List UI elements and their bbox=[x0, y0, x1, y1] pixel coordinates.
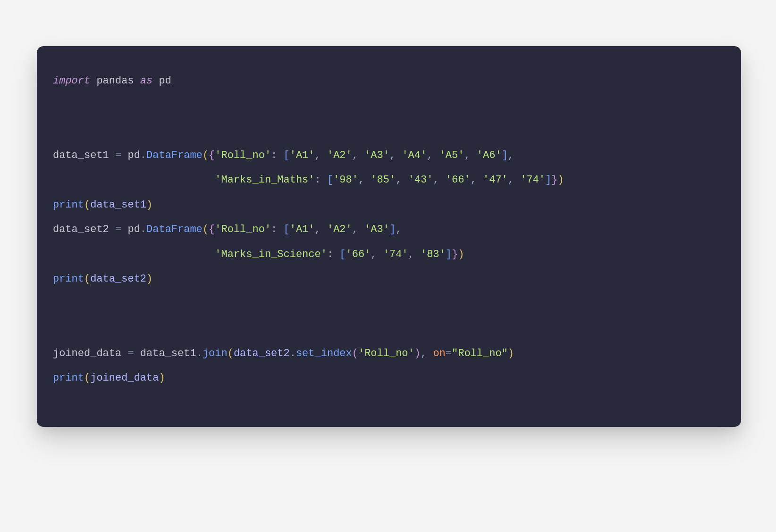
code-line-6: print(data_set1) bbox=[53, 199, 152, 211]
call-dataframe: DataFrame bbox=[146, 150, 202, 161]
key-marks-science: 'Marks_in_Science' bbox=[215, 249, 327, 260]
call-set-index: set_index bbox=[296, 348, 352, 359]
code-line-9: print(data_set2) bbox=[53, 273, 152, 285]
key-roll-no: 'Roll_no' bbox=[215, 150, 271, 161]
keyword-as: as bbox=[140, 75, 152, 87]
key-marks-maths: 'Marks_in_Maths' bbox=[215, 174, 314, 186]
code-line-13: print(joined_data) bbox=[53, 372, 165, 384]
module-pandas: pandas bbox=[96, 75, 134, 87]
code-line-1: import pandas as pd bbox=[53, 75, 171, 87]
alias-pd: pd bbox=[159, 75, 171, 87]
var-data-set2: data_set2 bbox=[53, 224, 109, 235]
code-card: import pandas as pd data_set1 = pd.DataF… bbox=[37, 46, 741, 427]
kwarg-on: on bbox=[433, 348, 445, 359]
call-join: join bbox=[202, 348, 228, 359]
var-data-set1: data_set1 bbox=[53, 150, 109, 161]
code-block: import pandas as pd data_set1 = pd.DataF… bbox=[53, 69, 725, 391]
code-line-8: 'Marks_in_Science': ['66', '74', '83']}) bbox=[53, 249, 464, 260]
keyword-import: import bbox=[53, 75, 90, 87]
code-line-4: data_set1 = pd.DataFrame({'Roll_no': ['A… bbox=[53, 150, 514, 161]
code-line-12: joined_data = data_set1.join(data_set2.s… bbox=[53, 348, 514, 359]
code-line-7: data_set2 = pd.DataFrame({'Roll_no': ['A… bbox=[53, 224, 402, 235]
code-line-5: 'Marks_in_Maths': ['98', '85', '43', '66… bbox=[53, 174, 564, 186]
call-print: print bbox=[53, 199, 84, 211]
var-joined-data: joined_data bbox=[53, 348, 121, 359]
